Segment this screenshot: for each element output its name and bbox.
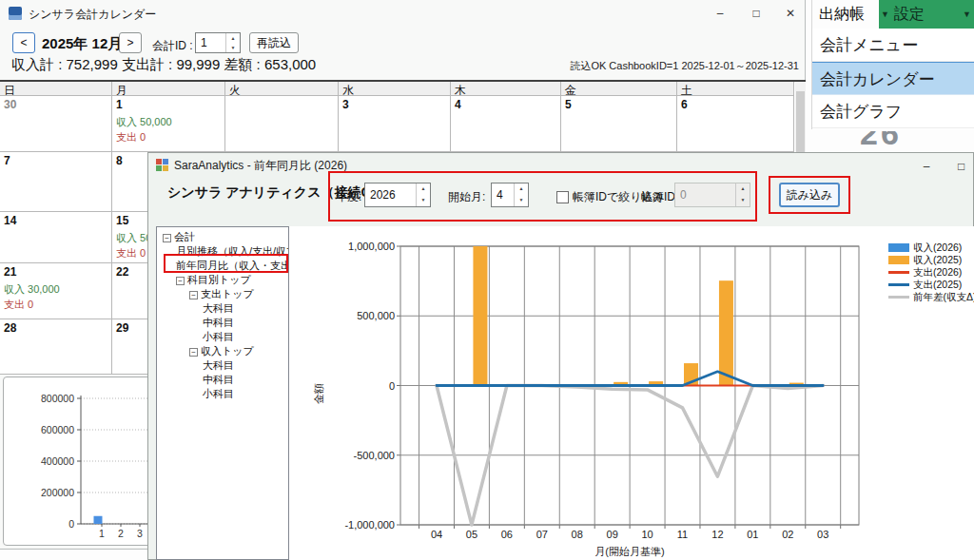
calendar-day-cell[interactable]: 28: [0, 319, 112, 375]
maximize-button[interactable]: □: [738, 0, 774, 27]
analytics-window: SaraAnalytics - 前年同月比 (2026) – □ シンサラ アナ…: [147, 152, 974, 560]
calendar-day-cell[interactable]: 1収入 50,000支出 0: [112, 96, 225, 152]
settings-dropdown: 会計メニュー 会計カレンダー 会計グラフ: [812, 29, 974, 128]
account-id-label: 会計ID :: [152, 38, 193, 54]
tree-item[interactable]: −収入トップ: [157, 344, 288, 358]
legend-item: 収入(2025): [888, 254, 974, 266]
weekday-header: 月: [112, 82, 225, 96]
svg-text:0: 0: [389, 380, 395, 392]
svg-text:200000: 200000: [41, 487, 74, 498]
svg-text:1: 1: [99, 528, 105, 539]
legend-swatch: [888, 296, 909, 299]
svg-text:12: 12: [711, 529, 723, 540]
svg-text:月(開始月基準): 月(開始月基準): [594, 546, 664, 557]
weekday-header: 水: [339, 82, 451, 96]
spin-down-icon[interactable]: ▼: [515, 195, 528, 206]
legend-item: 支出(2026): [888, 266, 974, 279]
calendar-day-cell[interactable]: 3: [339, 96, 451, 152]
account-id-spinner[interactable]: 1 ▲▼: [195, 32, 241, 53]
prev-month-button[interactable]: <: [12, 32, 35, 53]
menu-item-accounting-menu[interactable]: 会計メニュー: [812, 29, 974, 62]
svg-text:05: 05: [466, 529, 477, 540]
tree-item[interactable]: −科目別トップ: [157, 273, 288, 287]
svg-text:03: 03: [817, 529, 828, 540]
menu-settings[interactable]: 設定: [894, 0, 925, 29]
minimize-button[interactable]: –: [906, 153, 947, 180]
annotation-box-tree-item: [164, 254, 288, 273]
tree-item[interactable]: 小科目: [157, 387, 288, 401]
legend-swatch: [888, 256, 909, 264]
analytics-window-title: SaraAnalytics - 前年同月比 (2026): [174, 158, 347, 174]
calendar-day-cell[interactable]: [225, 96, 339, 152]
tree-item[interactable]: 小科目: [157, 330, 288, 344]
svg-text:400000: 400000: [41, 455, 74, 467]
calendar-day-cell[interactable]: 14: [0, 212, 112, 263]
spin-up-icon[interactable]: ▲: [417, 183, 430, 195]
spin-up-icon: ▲: [736, 183, 750, 195]
svg-text:1,000,000: 1,000,000: [348, 241, 395, 252]
collapse-icon[interactable]: −: [163, 234, 171, 242]
legend-item: 支出(2025): [888, 279, 974, 291]
svg-text:-500,000: -500,000: [354, 450, 395, 461]
reload-button[interactable]: 再読込: [249, 32, 299, 53]
svg-text:07: 07: [536, 529, 548, 540]
tree-item[interactable]: −会計: [157, 230, 288, 244]
svg-text:3: 3: [137, 528, 143, 539]
menu-overlay: 出納帳 ▼ 設定 ▼ 会計メニュー 会計カレンダー 会計グラフ: [811, 0, 974, 129]
svg-text:500,000: 500,000: [357, 310, 395, 321]
calendar-day-cell[interactable]: 6: [677, 96, 794, 152]
maximize-button[interactable]: □: [947, 153, 974, 180]
calendar-day-cell[interactable]: 5: [561, 96, 677, 152]
svg-text:11: 11: [677, 529, 688, 540]
chevron-down-icon[interactable]: ▼: [963, 9, 971, 20]
collapse-icon[interactable]: −: [176, 277, 185, 285]
next-month-button[interactable]: >: [119, 32, 142, 53]
legend-swatch: [888, 271, 909, 274]
menu-cashbook[interactable]: 出納帳: [812, 0, 879, 29]
load-button[interactable]: 読み込み: [779, 183, 840, 207]
spin-down-icon[interactable]: ▼: [226, 43, 240, 52]
calendar-day-cell[interactable]: 30: [0, 96, 112, 152]
tree-item[interactable]: 大科目: [157, 301, 288, 316]
calendar-titlebar[interactable]: シンサラ会計カレンダー – □ ✕: [0, 0, 805, 27]
menu-item-accounting-graph[interactable]: 会計グラフ: [812, 95, 974, 128]
tree-item[interactable]: 中科目: [157, 316, 288, 330]
chevron-down-icon[interactable]: ▼: [881, 9, 889, 20]
calendar-day-cell[interactable]: 4: [451, 96, 561, 152]
spin-up-icon[interactable]: ▲: [515, 183, 528, 195]
report-tree: −会計月別推移（収入/支出/収支）前年同月比（収入・支出）−科目別トップ−支出ト…: [156, 226, 289, 560]
fragment-text: 26: [860, 131, 902, 149]
svg-text:600000: 600000: [41, 424, 74, 435]
yoy-comparison-chart: 1,000,000500,0000-500,000-1,000,00004050…: [289, 227, 974, 560]
minimize-button[interactable]: –: [702, 0, 738, 27]
analytics-app-icon: [156, 159, 168, 171]
book-id-filter-checkbox[interactable]: [556, 191, 569, 203]
spinner-arrows[interactable]: ▲▼: [225, 33, 240, 52]
tree-item[interactable]: 中科目: [157, 373, 288, 387]
book-id-spinner-disabled: 0 ▲▼: [674, 183, 750, 207]
calendar-window-title: シンサラ会計カレンダー: [29, 7, 156, 23]
legend-item: 収入(2026): [888, 241, 974, 254]
calendar-day-cell[interactable]: 7: [0, 152, 112, 212]
calendar-day-cell[interactable]: 21収入 30,000支出 0: [0, 263, 112, 319]
close-button[interactable]: ✕: [772, 0, 808, 27]
background-window-fragment: 26: [854, 131, 913, 149]
year-spinner[interactable]: 2026 ▲▼: [364, 183, 431, 207]
tree-item[interactable]: −支出トップ: [157, 287, 288, 301]
menu-item-accounting-calendar[interactable]: 会計カレンダー: [812, 62, 974, 95]
load-status: 読込OK CashbookID=1 2025-12-01～2025-12-31: [570, 59, 799, 73]
svg-text:08: 08: [572, 529, 583, 540]
start-month-spinner[interactable]: 4 ▲▼: [491, 183, 529, 207]
calendar-app-icon: [9, 7, 22, 20]
spin-up-icon[interactable]: ▲: [226, 33, 240, 43]
svg-text:09: 09: [607, 529, 618, 540]
svg-text:04: 04: [431, 529, 442, 540]
legend-swatch: [888, 283, 909, 286]
tree-item[interactable]: 大科目: [157, 358, 288, 373]
svg-text:02: 02: [782, 529, 793, 540]
collapse-icon[interactable]: −: [189, 291, 198, 299]
weekday-header: 日: [0, 82, 112, 96]
spin-down-icon[interactable]: ▼: [417, 195, 430, 206]
legend-item: 前年差(収支Δ): [888, 291, 974, 303]
collapse-icon[interactable]: −: [189, 348, 198, 357]
